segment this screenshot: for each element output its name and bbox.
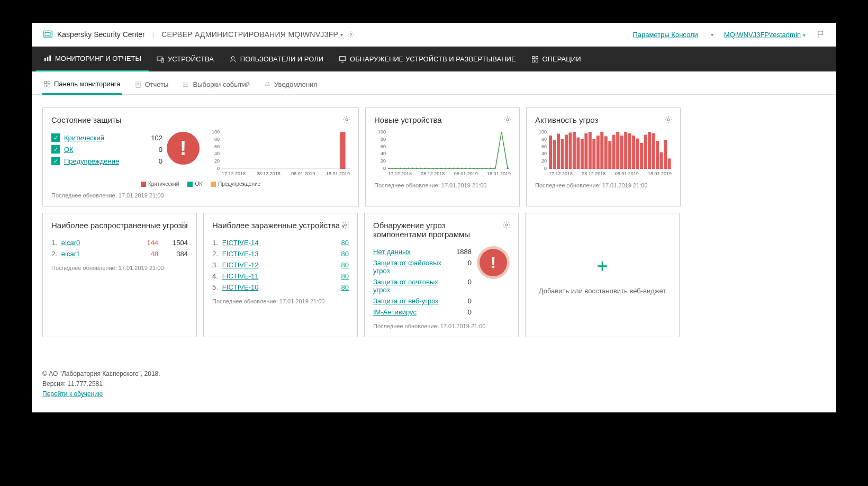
svg-point-53 bbox=[490, 168, 491, 169]
svg-point-8 bbox=[231, 56, 234, 59]
svg-rect-14 bbox=[44, 81, 47, 83]
svg-rect-82 bbox=[652, 133, 655, 169]
svg-rect-75 bbox=[624, 132, 627, 169]
gear-icon bbox=[502, 221, 511, 229]
widget-settings-button[interactable] bbox=[341, 221, 350, 229]
list-item: 4.FICTIVE-1180 bbox=[212, 271, 349, 282]
nav-users[interactable]: ПОЛЬЗОВАТЕЛИ И РОЛИ bbox=[221, 47, 331, 71]
svg-rect-4 bbox=[47, 57, 49, 61]
svg-rect-83 bbox=[656, 141, 659, 169]
widget-settings-button[interactable] bbox=[180, 221, 189, 229]
server-settings-icon[interactable] bbox=[347, 31, 355, 38]
svg-rect-66 bbox=[589, 132, 592, 169]
chart-icon bbox=[43, 54, 52, 62]
widget-settings-button[interactable] bbox=[502, 221, 511, 229]
console-params-link[interactable]: Параметры Консоли bbox=[632, 31, 698, 39]
nav-discovery[interactable]: ОБНАРУЖЕНИЕ УСТРОЙСТВ И РАЗВЕРТЫВАНИЕ bbox=[331, 47, 523, 71]
svg-rect-17 bbox=[48, 85, 50, 87]
list-item: IM-Антивирус0 bbox=[373, 307, 472, 318]
svg-rect-57 bbox=[553, 140, 556, 169]
svg-rect-78 bbox=[636, 139, 639, 169]
svg-point-43 bbox=[449, 168, 450, 169]
list-item: 3.FICTIVE-1280 bbox=[212, 259, 349, 271]
widget-threat-components: Обнаружение угроз компонентами программы… bbox=[364, 213, 519, 337]
chart-area bbox=[388, 132, 511, 169]
svg-point-28 bbox=[388, 168, 388, 169]
tab-dashboard[interactable]: Панель мониторинга bbox=[42, 77, 122, 95]
widget-settings-button[interactable] bbox=[342, 115, 351, 124]
chevron-down-icon[interactable]: ▾ bbox=[711, 32, 713, 38]
last-updated: Последнее обновление: 17.01.2019 21:00 bbox=[51, 265, 188, 271]
status-item-critical: Критический102 bbox=[51, 132, 162, 143]
svg-point-46 bbox=[461, 168, 463, 169]
checkbox-icon[interactable] bbox=[51, 133, 60, 142]
svg-point-52 bbox=[485, 168, 487, 169]
chevron-down-icon[interactable]: ▾ bbox=[340, 32, 343, 38]
svg-point-35 bbox=[416, 168, 418, 169]
widget-title: Наиболее распространенные угрозы bbox=[51, 221, 188, 230]
svg-point-89 bbox=[505, 224, 508, 226]
svg-rect-69 bbox=[600, 132, 603, 169]
user-link[interactable]: MQIWNVJ3FP\testadmin bbox=[724, 31, 801, 39]
chart-area bbox=[549, 132, 672, 169]
tab-events[interactable]: Выборки событий bbox=[181, 77, 251, 94]
svg-point-42 bbox=[445, 168, 446, 169]
nav-monitoring[interactable]: МОНИТОРИНГ И ОТЧЕТЫ bbox=[36, 47, 149, 71]
checkbox-icon[interactable] bbox=[51, 145, 60, 154]
svg-rect-3 bbox=[44, 58, 46, 61]
widget-title: Новые устройства bbox=[374, 115, 511, 124]
svg-rect-13 bbox=[536, 60, 538, 62]
svg-rect-68 bbox=[596, 136, 600, 169]
svg-point-49 bbox=[473, 168, 475, 169]
users-icon bbox=[229, 55, 237, 64]
svg-rect-67 bbox=[592, 139, 595, 169]
nav-devices[interactable]: УСТРОЙСТВА bbox=[149, 47, 221, 71]
alert-icon: ! bbox=[480, 249, 507, 276]
status-item-warning: Предупреждение0 bbox=[51, 155, 162, 167]
svg-point-27 bbox=[507, 167, 509, 169]
last-updated: Последнее обновление: 17.01.2019 21:00 bbox=[535, 182, 672, 188]
gear-icon bbox=[341, 221, 350, 229]
svg-rect-59 bbox=[560, 139, 564, 169]
server-name[interactable]: СЕРВЕР АДМИНИСТРИРОВАНИЯ MQIWNVJ3FP bbox=[161, 30, 338, 39]
threat-activity-chart: 100 80 60 40 20 0 17.12.2018 28.12.2018 … bbox=[535, 132, 672, 177]
flag-icon[interactable] bbox=[816, 30, 826, 39]
svg-point-44 bbox=[453, 168, 454, 169]
svg-point-55 bbox=[667, 119, 670, 121]
tab-notifications[interactable]: Уведомления bbox=[263, 77, 318, 94]
svg-rect-58 bbox=[557, 134, 560, 169]
gear-icon bbox=[342, 115, 351, 124]
chart-area bbox=[222, 132, 350, 169]
x-axis: 17.12.2018 28.12.2018 08.01.2019 18.01.2… bbox=[388, 171, 511, 176]
svg-rect-16 bbox=[44, 85, 47, 87]
header-right: Параметры Консоли▾ MQIWNVJ3FP\testadmin▾ bbox=[632, 30, 826, 39]
svg-rect-5 bbox=[49, 56, 51, 61]
nav-operations[interactable]: ОПЕРАЦИИ bbox=[523, 47, 589, 71]
svg-point-39 bbox=[432, 168, 434, 169]
svg-rect-9 bbox=[340, 56, 346, 60]
svg-rect-1 bbox=[45, 33, 50, 35]
y-axis: 100 80 60 40 20 0 bbox=[208, 132, 221, 168]
events-icon bbox=[182, 81, 189, 88]
chevron-down-icon[interactable]: ▾ bbox=[803, 32, 806, 38]
svg-point-33 bbox=[408, 168, 409, 169]
svg-rect-64 bbox=[581, 139, 584, 169]
svg-point-20 bbox=[184, 84, 185, 85]
widget-settings-button[interactable] bbox=[503, 115, 512, 124]
widget-title: Активность угроз bbox=[535, 115, 672, 124]
widget-settings-button[interactable] bbox=[664, 115, 673, 124]
brand-name: Kaspersky Security Center bbox=[57, 30, 145, 39]
training-link[interactable]: Перейти к обучению bbox=[42, 390, 103, 398]
checkbox-icon[interactable] bbox=[51, 157, 60, 165]
svg-rect-73 bbox=[616, 132, 619, 169]
add-widget-button[interactable]: + Добавить или восстановить веб-виджет bbox=[525, 213, 680, 337]
gear-icon bbox=[347, 31, 355, 38]
widget-title: Наиболее зараженные устройства▾ bbox=[212, 221, 349, 230]
tab-reports[interactable]: Отчеты bbox=[133, 77, 170, 94]
svg-point-34 bbox=[412, 168, 413, 169]
svg-point-41 bbox=[440, 168, 442, 169]
svg-rect-77 bbox=[632, 136, 635, 169]
sub-nav: Панель мониторинга Отчеты Выборки событи… bbox=[32, 71, 836, 95]
last-updated: Последнее обновление: 17.01.2019 21:00 bbox=[373, 323, 510, 329]
svg-rect-72 bbox=[612, 135, 616, 169]
